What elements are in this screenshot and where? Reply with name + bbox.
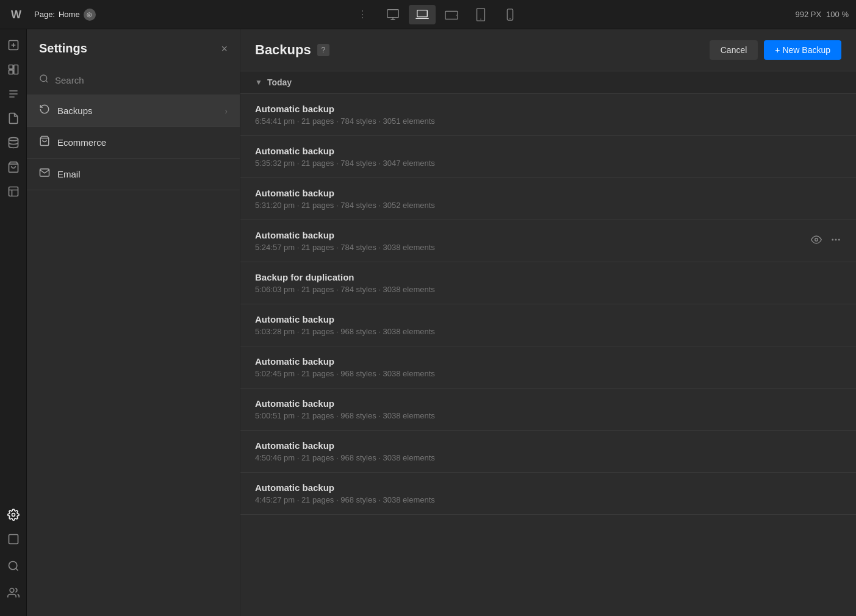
backups-help-button[interactable]: ? [317, 44, 329, 56]
backup-info: Automatic backup 4:45:27 pm · 21 pages ·… [255, 482, 435, 504]
svg-rect-11 [9, 70, 13, 74]
svg-point-6 [480, 18, 481, 19]
preview-backup-icon[interactable] [811, 234, 822, 248]
svg-rect-15 [9, 187, 18, 196]
backup-name: Automatic backup [255, 482, 435, 493]
backup-info: Automatic backup 5:00:51 pm · 21 pages ·… [255, 398, 435, 420]
more-options-icon[interactable]: ⋮ [358, 9, 367, 20]
device-tablet-landscape-btn[interactable] [438, 5, 465, 24]
today-chevron-icon: ▼ [255, 78, 262, 87]
rail-bottom-icons [2, 528, 24, 611]
svg-point-16 [12, 514, 15, 517]
today-group-header[interactable]: ▼ Today [240, 71, 856, 94]
device-desktop-btn[interactable] [379, 5, 406, 24]
table-row: Automatic backup 5:31:20 pm · 21 pages ·… [240, 178, 856, 220]
settings-title: Settings [39, 41, 87, 56]
table-row: Automatic backup 5:24:57 pm · 21 pages ·… [240, 220, 856, 262]
settings-header: Settings × [27, 29, 240, 65]
table-row: Automatic backup 6:54:41 pm · 21 pages ·… [240, 94, 856, 136]
svg-point-4 [456, 15, 457, 15]
email-icon [39, 167, 50, 181]
backup-name: Automatic backup [255, 440, 435, 451]
backup-info: Automatic backup 4:50:46 pm · 21 pages ·… [255, 440, 435, 462]
page-indicator: Page: Home ◎ [34, 9, 96, 21]
rail-layout-icon[interactable] [2, 528, 24, 550]
new-backup-button[interactable]: + New Backup [764, 40, 841, 60]
rail-add-icon[interactable] [2, 34, 24, 56]
table-row: Automatic backup 4:45:27 pm · 21 pages ·… [240, 473, 856, 515]
logo[interactable]: W [7, 5, 27, 24]
rail-users-icon[interactable] [2, 582, 24, 604]
ecommerce-icon [39, 135, 50, 149]
table-row: Automatic backup 4:50:46 pm · 21 pages ·… [240, 431, 856, 473]
backup-info: Automatic backup 5:31:20 pm · 21 pages ·… [255, 188, 435, 210]
rail-cms-icon[interactable] [2, 181, 24, 202]
svg-rect-1 [387, 9, 398, 17]
topbar: W Page: Home ◎ ⋮ 992 PX 100 % [0, 0, 856, 29]
backup-meta: 5:24:57 pm · 21 pages · 784 styles · 303… [255, 243, 435, 252]
page-name[interactable]: Home [59, 10, 80, 19]
table-row: Automatic backup 5:02:45 pm · 21 pages ·… [240, 346, 856, 389]
backup-info: Automatic backup 5:02:45 pm · 21 pages ·… [255, 356, 435, 378]
rail-search-icon[interactable] [2, 555, 24, 577]
svg-point-8 [509, 18, 510, 18]
search-label: Search [55, 75, 84, 85]
rail-navigator-icon[interactable] [2, 59, 24, 81]
table-row: Automatic backup 5:35:32 pm · 21 pages ·… [240, 136, 856, 178]
backups-chevron-icon: › [225, 106, 228, 116]
rail-styles-icon[interactable] [2, 83, 24, 105]
rail-pages-icon[interactable] [2, 107, 24, 129]
backup-meta: 5:03:28 pm · 21 pages · 968 styles · 303… [255, 327, 435, 336]
rail-settings-icon[interactable] [2, 504, 24, 526]
backup-info: Backup for duplication 5:06:03 pm · 21 p… [255, 272, 435, 294]
settings-close-button[interactable]: × [221, 43, 228, 54]
svg-point-13 [9, 138, 18, 141]
icon-rail [0, 29, 27, 616]
backup-name: Backup for duplication [255, 272, 435, 282]
svg-point-25 [839, 239, 840, 240]
svg-point-22 [815, 238, 818, 242]
preview-icon[interactable]: ◎ [84, 9, 96, 21]
svg-rect-3 [445, 11, 458, 19]
settings-nav-backups-left: Backups [39, 104, 93, 118]
svg-point-24 [835, 239, 836, 240]
backup-name: Automatic backup [255, 146, 435, 156]
svg-text:W: W [11, 9, 21, 21]
cancel-button[interactable]: Cancel [710, 40, 758, 60]
settings-panel: Settings × Search Backups › Eco [27, 29, 240, 616]
device-laptop-btn[interactable] [409, 5, 436, 24]
rail-assets-icon[interactable] [2, 132, 24, 154]
backups-label: Backups [57, 106, 93, 116]
settings-nav-ecommerce[interactable]: Ecommerce [27, 127, 240, 159]
backups-icon [39, 104, 50, 118]
backups-title: Backups [255, 42, 311, 58]
backup-meta: 4:50:46 pm · 21 pages · 968 styles · 303… [255, 453, 435, 462]
settings-nav-backups[interactable]: Backups › [27, 95, 240, 127]
svg-rect-17 [9, 535, 18, 544]
settings-nav-email[interactable]: Email [27, 159, 240, 190]
backup-list: ▼ Today Automatic backup 6:54:41 pm · 21… [240, 71, 856, 616]
backup-info: Automatic backup 5:03:28 pm · 21 pages ·… [255, 314, 435, 336]
canvas-px: 992 PX [795, 10, 821, 19]
backup-meta: 5:31:20 pm · 21 pages · 784 styles · 305… [255, 201, 435, 210]
backup-meta: 5:02:45 pm · 21 pages · 968 styles · 303… [255, 369, 435, 378]
settings-nav-email-left: Email [39, 167, 81, 181]
device-mobile-btn[interactable] [497, 5, 523, 24]
canvas-info: 992 PX 100 % [795, 10, 849, 19]
device-tablet-portrait-btn[interactable] [467, 5, 494, 24]
search-icon [39, 74, 49, 86]
backup-meta: 5:06:03 pm · 21 pages · 784 styles · 303… [255, 285, 435, 294]
main-layout: Settings × Search Backups › Eco [0, 29, 856, 616]
ecommerce-label: Ecommerce [57, 137, 106, 148]
page-label: Page: [34, 10, 55, 19]
backups-content: Backups ? Cancel + New Backup ▼ Today Au… [240, 29, 856, 616]
more-backup-icon[interactable] [830, 234, 841, 248]
backup-name: Automatic backup [255, 104, 435, 114]
rail-cart-icon[interactable] [2, 156, 24, 178]
settings-search-row[interactable]: Search [27, 65, 240, 95]
svg-rect-12 [13, 65, 18, 74]
backup-info: Automatic backup 6:54:41 pm · 21 pages ·… [255, 104, 435, 126]
backup-name: Automatic backup [255, 356, 435, 367]
backup-meta: 5:00:51 pm · 21 pages · 968 styles · 303… [255, 411, 435, 420]
backup-name: Automatic backup [255, 398, 435, 409]
